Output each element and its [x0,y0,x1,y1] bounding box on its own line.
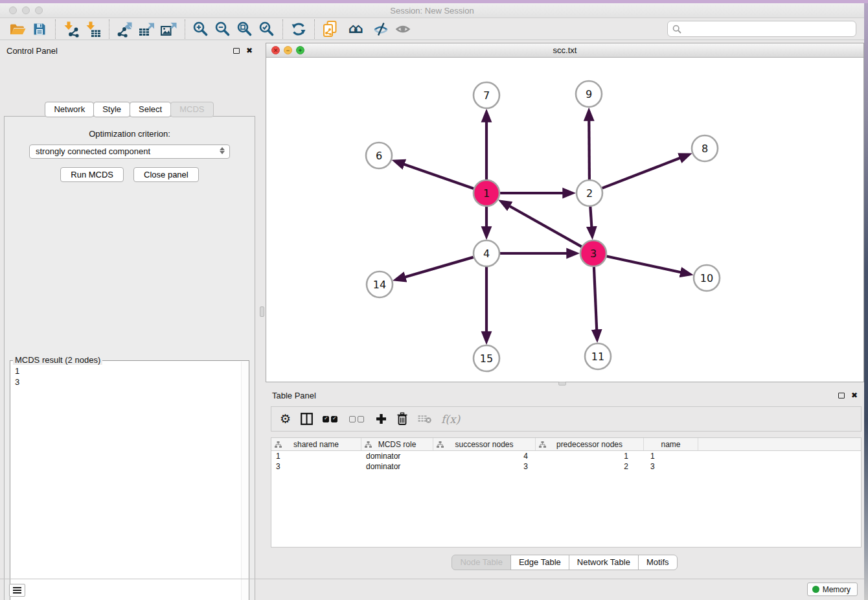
graph-node-3[interactable]: 3 [580,240,606,266]
close-panel-button[interactable]: Close panel [133,167,199,182]
show-details-eye-icon[interactable] [392,19,414,39]
delete-icon[interactable] [396,411,408,427]
column-header-name[interactable]: name [644,438,698,450]
save-session-icon[interactable] [29,19,51,39]
export-image-icon[interactable] [158,19,180,39]
settings-gear-icon[interactable]: ⚙ [280,411,291,427]
graph-edge-4-14[interactable] [396,257,474,280]
table-cell[interactable]: dominator [361,451,433,461]
graph-node-4[interactable]: 4 [474,240,499,266]
app-title: Session: New Session [0,3,864,18]
tab-edge-table[interactable]: Edge Table [510,555,569,570]
graph-node-label: 6 [376,150,382,162]
zoom-in-icon[interactable] [190,19,212,39]
graph-node-2[interactable]: 2 [577,180,602,206]
table-row[interactable]: 1dominator411 [271,451,861,461]
fit-content-icon[interactable] [234,19,256,39]
table-cell[interactable]: 3 [433,461,536,472]
close-panel-icon[interactable]: ✖ [851,391,858,399]
graph-edge-2-3[interactable] [590,207,592,236]
network-canvas[interactable]: 7968124314101511 [266,58,863,382]
float-panel-icon[interactable] [838,393,845,398]
search-input[interactable] [685,23,856,36]
table-row[interactable]: 3dominator323 [271,461,861,472]
network-window-titlebar[interactable]: ✕ − + scc.txt [266,43,863,58]
clone-network-icon[interactable] [319,19,341,39]
import-table-icon[interactable] [82,19,104,39]
open-session-icon[interactable] [6,19,29,39]
zoom-out-icon[interactable] [212,19,234,39]
graph-node-9[interactable]: 9 [576,81,602,107]
task-history-button[interactable] [9,584,25,597]
tab-select[interactable]: Select [130,102,171,117]
tab-mcds[interactable]: MCDS [170,102,213,117]
graph-node-8[interactable]: 8 [692,135,718,161]
column-header-successor-nodes[interactable]: successor nodes [433,438,536,450]
optimization-criterion-select[interactable]: strongly connected component [29,144,230,159]
table-cell[interactable]: 1 [536,451,644,461]
export-table-icon[interactable] [136,19,158,39]
graph-node-11[interactable]: 11 [585,343,611,369]
import-network-icon[interactable] [60,19,82,39]
table-cell[interactable]: 2 [536,461,644,472]
graph-edge-2-8[interactable] [602,155,689,189]
node-table: shared name MCDS role successor nodes pr… [271,437,862,548]
graph-node-14[interactable]: 14 [367,271,393,297]
minimize-window-button[interactable] [22,6,30,14]
graph-node-label: 7 [483,89,490,102]
zoom-selected-icon[interactable] [256,19,278,39]
graph-edge-2-9[interactable] [589,111,589,179]
graph-edge-3-11[interactable] [594,267,597,339]
table-cell[interactable]: 1 [644,451,698,461]
main-toolbar: ⌂⌂ [0,18,864,40]
table-cell[interactable]: dominator [361,461,433,472]
tab-network[interactable]: Network [45,102,94,117]
run-mcds-button[interactable]: Run MCDS [60,167,124,182]
graph-node-6[interactable]: 6 [366,143,392,168]
table-cell[interactable]: 3 [644,461,698,472]
graph-edge-3-10[interactable] [607,256,690,274]
refresh-icon[interactable] [288,19,310,39]
graph-edge-1-6[interactable] [395,161,474,189]
control-panel: Control Panel ✖ Network Style Select MCD… [0,40,259,579]
graph-edge-3-1[interactable] [502,202,582,246]
splitter-handle[interactable] [260,306,264,317]
column-header-filler [698,438,861,450]
show-columns-icon[interactable] [301,411,313,427]
hide-details-eye-slash-icon[interactable] [370,19,392,39]
graph-node-label: 3 [590,248,597,260]
tab-style[interactable]: Style [93,102,130,117]
memory-button[interactable]: Memory [807,583,858,596]
tab-network-table[interactable]: Network Table [569,555,639,570]
table-cell[interactable]: 3 [271,461,361,472]
deselect-all-icon[interactable] [349,411,366,427]
delete-table-icon[interactable] [418,411,431,427]
column-header-shared-name[interactable]: shared name [271,438,361,450]
graph-node-10[interactable]: 10 [694,265,720,291]
close-panel-icon[interactable]: ✖ [246,47,253,54]
graph-node-7[interactable]: 7 [474,82,499,108]
result-scrollbar[interactable] [241,362,249,600]
network-minimize-button[interactable]: − [284,46,292,54]
table-cell[interactable]: 4 [433,451,536,461]
column-header-predecessor-nodes[interactable]: predecessor nodes [536,438,644,450]
table-panel-title: Table Panel [272,391,838,400]
close-window-button[interactable] [9,6,17,14]
network-maximize-button[interactable]: + [296,46,304,54]
zoom-window-button[interactable] [35,6,43,14]
column-header-mcds-role[interactable]: MCDS role [361,438,433,450]
function-builder-icon[interactable]: f(x) [441,411,460,427]
houses-icon[interactable]: ⌂⌂ [341,19,370,39]
table-cell[interactable]: 1 [271,451,361,461]
network-title: scc.txt [266,43,863,57]
network-close-button[interactable]: ✕ [271,46,280,54]
float-panel-icon[interactable] [233,48,240,54]
vertical-splitter[interactable] [259,40,266,579]
tab-motifs[interactable]: Motifs [638,555,678,570]
graph-node-15[interactable]: 15 [474,345,499,371]
graph-node-1[interactable]: 1 [474,180,499,206]
select-all-icon[interactable] [323,411,339,427]
tab-node-table[interactable]: Node Table [451,555,511,570]
add-column-icon[interactable] [376,411,387,427]
export-network-icon[interactable] [114,19,136,39]
